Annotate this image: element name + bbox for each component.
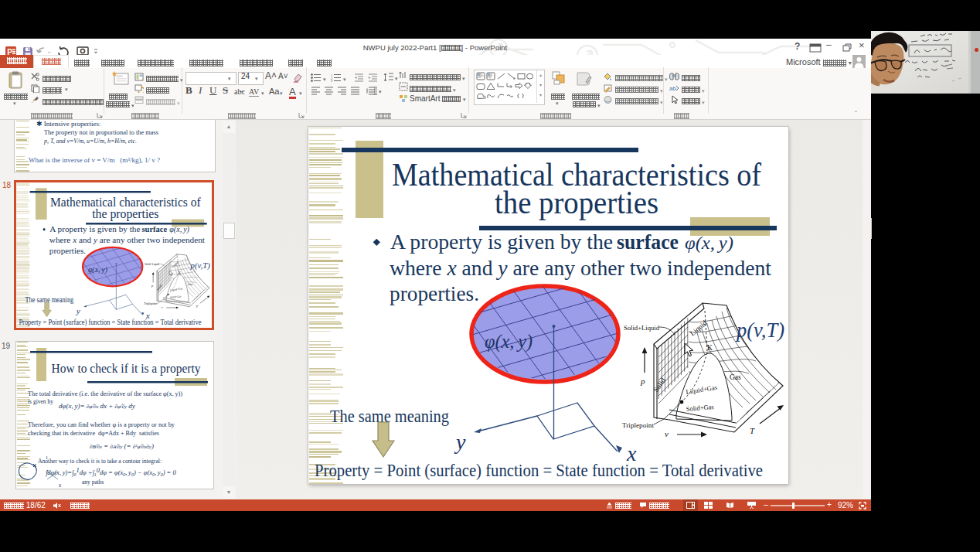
svg-text:T: T xyxy=(750,426,755,435)
svg-text:y: y xyxy=(76,306,81,315)
svg-text:surface: surface xyxy=(617,230,679,254)
svg-text:Triplepoint: Triplepoint xyxy=(622,421,655,429)
svg-text:Property = Point (surface) fun: Property = Point (surface) function = St… xyxy=(19,318,201,327)
svg-text:Gas: Gas xyxy=(730,373,741,381)
svg-text:A property is given by the: A property is given by the xyxy=(49,224,140,233)
svg-text:surface: surface xyxy=(142,224,168,233)
svg-text:Therefore, you can find whethe: Therefore, you can find whether φ is a p… xyxy=(28,421,175,428)
svg-text:v: v xyxy=(665,429,669,438)
svg-text:K: K xyxy=(179,271,181,274)
svg-text:y: y xyxy=(454,430,466,454)
svg-text:1: 1 xyxy=(46,455,48,460)
svg-text:any paths: any paths xyxy=(82,479,104,486)
svg-text:p(v,T): p(v,T) xyxy=(190,261,210,271)
svg-text:The same meaning: The same meaning xyxy=(26,295,74,304)
svg-text:∫̽dφ(x, y)=∫01dφ +∫10dφ = φ(x0: ∫̽dφ(x, y)=∫01dφ +∫10dφ = φ(x0, y0) − φ(… xyxy=(45,466,176,477)
svg-text:The same meaning: The same meaning xyxy=(330,406,449,426)
svg-text:the properties: the properties xyxy=(495,184,658,220)
svg-text:The property not in proportion: The property not in proportional to the … xyxy=(44,128,158,136)
svg-text:properties.: properties. xyxy=(49,246,86,255)
svg-text:φ(x, y): φ(x, y) xyxy=(485,330,533,353)
svg-text:where x and y are any other tw: where x and y are any other two independ… xyxy=(390,257,772,280)
svg-text:Triplepoint: Triplepoint xyxy=(144,302,157,305)
svg-text:K: K xyxy=(707,344,713,352)
svg-text:φ(x, y): φ(x, y) xyxy=(685,233,733,253)
svg-text:How to check if it is a proper: How to check if it is a property xyxy=(52,361,201,376)
svg-text:p: p xyxy=(151,285,154,288)
svg-text:properties.: properties. xyxy=(390,282,479,305)
svg-text:p(v,T): p(v,T) xyxy=(735,318,784,342)
svg-text:φ(x, y): φ(x, y) xyxy=(169,226,189,234)
svg-text:φ(x, y): φ(x, y) xyxy=(88,265,108,274)
svg-text:What is the inverse of v = V/m: What is the inverse of v = V/m (m³/kg), … xyxy=(29,156,160,164)
svg-text:T: T xyxy=(196,305,199,308)
svg-text:is given by: is given by xyxy=(28,398,53,405)
svg-text:Another way to check it is to: Another way to check it is to take a con… xyxy=(38,458,162,465)
svg-text:✱ Intensive properties:: ✱ Intensive properties: xyxy=(36,120,101,128)
svg-text:x: x xyxy=(626,441,637,465)
svg-text:checking that its derivative: checking that its derivative dφ=Adx + Bd… xyxy=(28,430,159,437)
svg-text:Property = Point (surface) fun: Property = Point (surface) function = St… xyxy=(315,460,763,480)
svg-text:The total derivative (i.e. the: The total derivative (i.e. the derivativ… xyxy=(28,390,183,397)
svg-text:x: x xyxy=(145,311,150,320)
svg-text:p: p xyxy=(640,377,645,386)
svg-text:A property is given by the: A property is given by the xyxy=(390,230,613,254)
svg-text:dφ(x, y)= ∂φ⁄∂x dx + ∂φ⁄∂y dy: dφ(x, y)= ∂φ⁄∂x dx + ∂φ⁄∂y dy xyxy=(59,402,135,410)
svg-text:where x and y are any other tw: where x and y are any other two independ… xyxy=(49,235,205,244)
svg-text:0: 0 xyxy=(59,483,61,488)
svg-text:∂B⁄∂x = ∂A⁄∂y (= ∂²φ⁄∂x∂y): ∂B⁄∂x = ∂A⁄∂y (= ∂²φ⁄∂x∂y) xyxy=(90,442,154,450)
svg-text:ab: ab xyxy=(669,85,676,92)
svg-text:Solid+Liquid: Solid+Liquid xyxy=(624,324,660,332)
svg-text:p, T, and v=V/m, u=U/m, h=H/m,: p, T, and v=V/m, u=U/m, h=H/m, etc. xyxy=(43,137,137,145)
svg-text:3: 3 xyxy=(331,79,333,82)
svg-text:the properties: the properties xyxy=(92,206,158,221)
svg-text:Solid+Liquid: Solid+Liquid xyxy=(145,263,159,266)
svg-text:Gas: Gas xyxy=(188,283,193,286)
svg-text:v: v xyxy=(162,305,163,309)
